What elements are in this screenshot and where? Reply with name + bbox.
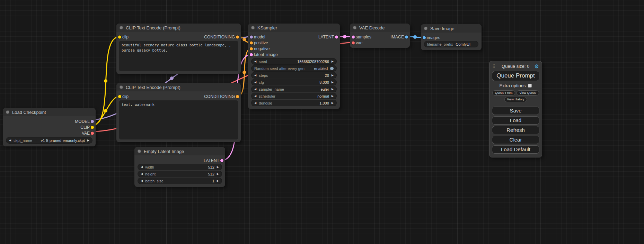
- widget-width[interactable]: ◀ width 512 ▶: [138, 164, 222, 170]
- input-slot-clip[interactable]: [118, 35, 121, 38]
- widget-random-seed-toggle[interactable]: Random seed after every gen enabled: [252, 65, 336, 71]
- queue-front-button[interactable]: Queue Front: [492, 90, 515, 96]
- input-slot-vae[interactable]: [352, 41, 355, 44]
- clear-button[interactable]: Clear: [492, 136, 539, 144]
- widget-sampler-name[interactable]: ◀ sampler_name euler ▶: [252, 86, 336, 92]
- widget-scheduler[interactable]: ◀ scheduler normal ▶: [252, 93, 336, 99]
- input-label-vae: vae: [356, 40, 362, 45]
- increment-icon[interactable]: ▶: [217, 180, 219, 182]
- input-slot-negative[interactable]: [250, 47, 253, 50]
- node-title: CLIP Text Encode (Prompt): [126, 85, 180, 90]
- slot-row: vae: [350, 40, 410, 46]
- queue-size-label: Queue size: 0: [497, 64, 535, 69]
- output-slot-clip[interactable]: [91, 126, 94, 129]
- widget-label: sampler_name: [259, 87, 284, 91]
- output-label-conditioning: CONDITIONING: [204, 94, 235, 99]
- output-slot-latent[interactable]: [220, 159, 223, 162]
- graph-canvas[interactable]: Load Checkpoint MODEL CLIP VAE ◀ ckpt_na…: [0, 0, 644, 244]
- positive-prompt-textarea[interactable]: beautiful scenery nature glass bottle la…: [119, 41, 238, 71]
- output-slot-conditioning[interactable]: [236, 95, 239, 98]
- widget-cfg[interactable]: ◀ cfg 8.000 ▶: [252, 79, 336, 85]
- widget-seed[interactable]: ◀ seed 156680208700286 ▶: [252, 58, 336, 64]
- slot-row: images: [421, 35, 482, 40]
- queue-buttons-row: Queue Front View Queue: [492, 90, 539, 96]
- output-slot-model[interactable]: [91, 120, 94, 123]
- input-label-latent-image: latent_image: [254, 52, 278, 57]
- decrement-icon[interactable]: ◀: [141, 166, 143, 169]
- node-empty-latent-image[interactable]: Empty Latent Image LATENT ◀ width 512 ▶ …: [134, 147, 225, 187]
- input-slot-images[interactable]: [423, 36, 426, 39]
- widget-filename-prefix[interactable]: filename_prefix ComfyUI: [424, 41, 478, 47]
- increment-icon[interactable]: ▶: [332, 102, 334, 105]
- node-title-bar[interactable]: KSampler: [248, 24, 340, 32]
- drag-handle-icon[interactable]: ⠿: [492, 64, 495, 69]
- refresh-button[interactable]: Refresh: [492, 126, 539, 134]
- view-queue-button[interactable]: View Queue: [517, 90, 539, 96]
- output-slot-latent[interactable]: [335, 35, 338, 38]
- extra-options-checkbox[interactable]: [528, 84, 532, 88]
- input-slot-latent-image[interactable]: [250, 53, 253, 56]
- widget-height[interactable]: ◀ height 512 ▶: [138, 171, 222, 177]
- output-label-image: IMAGE: [390, 35, 404, 39]
- node-title-bar[interactable]: CLIP Text Encode (Prompt): [116, 24, 241, 32]
- widget-value: 1: [212, 179, 214, 183]
- decrement-icon[interactable]: ◀: [254, 102, 256, 105]
- negative-prompt-textarea[interactable]: text, watermark: [119, 100, 238, 139]
- node-title-bar[interactable]: Load Checkpoint: [3, 108, 96, 116]
- node-clip-text-encode-negative[interactable]: CLIP Text Encode (Prompt) clip CONDITION…: [116, 83, 241, 142]
- widget-label: denoise: [259, 101, 272, 105]
- increment-icon[interactable]: ▶: [217, 166, 219, 169]
- widget-denoise[interactable]: ◀ denoise 1.000 ▶: [252, 100, 336, 106]
- input-slot-positive[interactable]: [250, 41, 253, 44]
- increment-icon[interactable]: ▶: [332, 81, 334, 84]
- node-ksampler[interactable]: KSampler model LATENT positive negative …: [248, 24, 340, 109]
- queue-prompt-button[interactable]: Queue Prompt: [492, 71, 539, 81]
- node-title-bar[interactable]: Save Image: [421, 24, 482, 33]
- input-slot-model[interactable]: [250, 35, 253, 38]
- decrement-icon[interactable]: ◀: [254, 74, 256, 77]
- node-clip-text-encode-positive[interactable]: CLIP Text Encode (Prompt) clip CONDITION…: [116, 24, 241, 74]
- decrement-icon[interactable]: ◀: [254, 95, 256, 98]
- node-status-dot: [6, 110, 9, 114]
- node-vae-decode[interactable]: VAE Decode samples IMAGE vae: [350, 24, 410, 48]
- widget-batch-size[interactable]: ◀ batch_size 1 ▶: [138, 178, 222, 184]
- input-slot-samples[interactable]: [352, 35, 355, 38]
- node-title-bar[interactable]: VAE Decode: [350, 24, 410, 32]
- link-midpoint-dot-samples: [343, 35, 346, 38]
- output-slot-conditioning[interactable]: [236, 35, 239, 38]
- node-title: Empty Latent Image: [144, 149, 184, 154]
- save-button[interactable]: Save: [492, 107, 539, 115]
- settings-gear-icon[interactable]: ⚙: [535, 64, 539, 69]
- link-clip-negative-wire: [92, 96, 120, 126]
- output-slot-vae[interactable]: [91, 132, 94, 135]
- decrement-icon[interactable]: ◀: [254, 60, 256, 63]
- increment-icon[interactable]: ▶: [332, 88, 334, 91]
- slot-row: samples IMAGE: [350, 34, 410, 40]
- toggle-indicator-icon: [330, 67, 334, 70]
- decrement-icon[interactable]: ◀: [254, 88, 256, 91]
- input-slot-clip[interactable]: [118, 95, 121, 98]
- link-clip-positive-wire: [92, 37, 120, 126]
- widget-ckpt-name[interactable]: ◀ ckpt_name v1-5-pruned-emaonly.ckpt ▶: [6, 137, 92, 143]
- widget-label: seed: [259, 60, 267, 64]
- increment-icon[interactable]: ▶: [332, 60, 334, 63]
- increment-icon[interactable]: ▶: [217, 173, 219, 175]
- decrement-icon[interactable]: ◀: [254, 81, 256, 84]
- decrement-icon[interactable]: ◀: [9, 139, 11, 142]
- load-button[interactable]: Load: [492, 116, 539, 125]
- output-slot-image[interactable]: [405, 35, 408, 38]
- view-history-button[interactable]: View History: [504, 97, 527, 102]
- load-default-button[interactable]: Load Default: [492, 145, 539, 154]
- widget-steps[interactable]: ◀ steps 20 ▶: [252, 72, 336, 78]
- node-title-bar[interactable]: CLIP Text Encode (Prompt): [116, 83, 241, 91]
- increment-icon[interactable]: ▶: [87, 139, 89, 142]
- input-label-negative: negative: [254, 46, 270, 51]
- node-save-image[interactable]: Save Image images filename_prefix ComfyU…: [421, 24, 482, 50]
- decrement-icon[interactable]: ◀: [141, 180, 143, 182]
- node-load-checkpoint[interactable]: Load Checkpoint MODEL CLIP VAE ◀ ckpt_na…: [3, 108, 96, 146]
- decrement-icon[interactable]: ◀: [141, 173, 143, 175]
- extra-options-row: Extra options: [492, 82, 539, 89]
- increment-icon[interactable]: ▶: [332, 95, 334, 98]
- node-title-bar[interactable]: Empty Latent Image: [134, 147, 225, 155]
- increment-icon[interactable]: ▶: [332, 74, 334, 77]
